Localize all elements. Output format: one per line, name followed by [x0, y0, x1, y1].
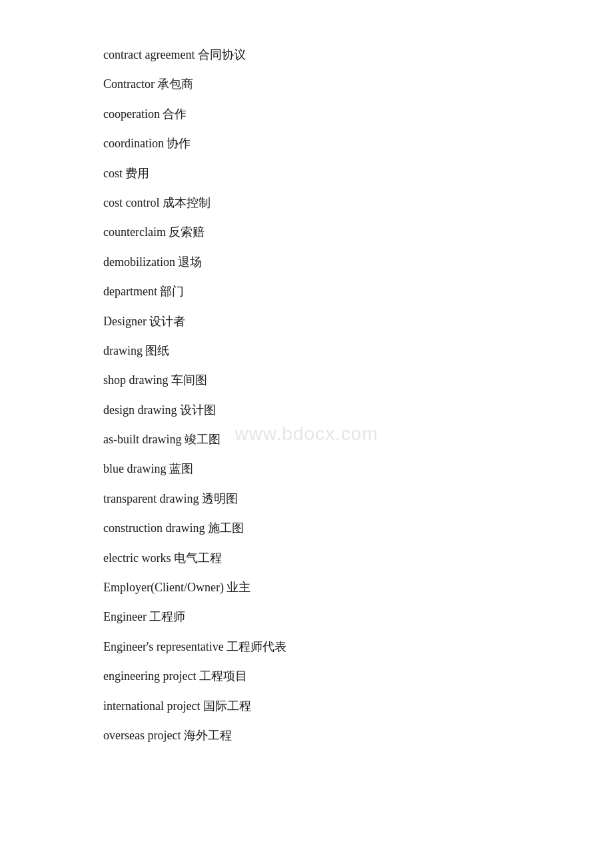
vocab-item: Engineer's representative 工程师代表 [103, 632, 560, 661]
vocab-item: engineering project 工程项目 [103, 661, 560, 691]
vocab-item: cost control 成本控制 [103, 188, 560, 217]
vocab-item: construction drawing 施工图 [103, 513, 560, 543]
vocab-item: design drawing 设计图 [103, 395, 560, 425]
vocab-item: electric works 电气工程 [103, 543, 560, 573]
vocab-item: cost 费用 [103, 159, 560, 188]
vocab-item: demobilization 退场 [103, 247, 560, 277]
vocab-item: Engineer 工程师 [103, 602, 560, 631]
vocab-item: international project 国际工程 [103, 691, 560, 721]
vocab-item: contract agreement 合同协议 [103, 40, 560, 69]
vocab-item: counterclaim 反索赔 [103, 217, 560, 247]
vocab-item: Employer(Client/Owner) 业主 [103, 573, 560, 602]
vocab-item: overseas project 海外工程 [103, 721, 560, 750]
vocab-item: Contractor 承包商 [103, 69, 560, 99]
vocab-item: as-built drawing 竣工图 [103, 425, 560, 454]
vocab-item: blue drawing 蓝图 [103, 454, 560, 483]
vocab-item: drawing 图纸 [103, 336, 560, 365]
vocab-item: transparent drawing 透明图 [103, 484, 560, 513]
vocab-item: Designer 设计者 [103, 307, 560, 336]
vocab-item: cooperation 合作 [103, 99, 560, 129]
vocab-item: coordination 协作 [103, 129, 560, 158]
vocab-item: shop drawing 车间图 [103, 365, 560, 395]
vocabulary-list: contract agreement 合同协议Contractor 承包商coo… [103, 40, 560, 750]
vocab-item: department 部门 [103, 277, 560, 306]
